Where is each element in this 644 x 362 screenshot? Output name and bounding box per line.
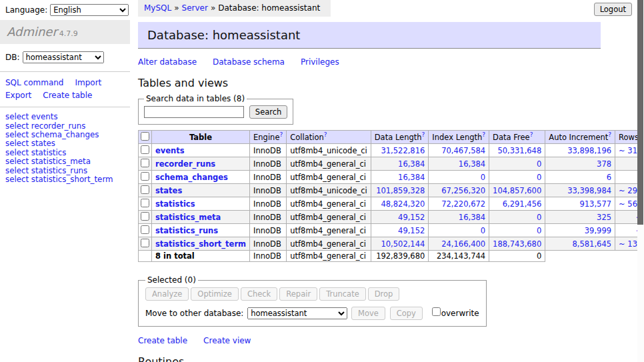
drop-button[interactable]: Drop	[368, 287, 400, 301]
data-length-link[interactable]: 16,384	[398, 159, 425, 169]
footer-data-length: 192,839,680	[371, 251, 429, 262]
move-button[interactable]: Move	[351, 307, 385, 320]
sidebar-select-statistics-short-term[interactable]: select statistics_short_term	[5, 175, 125, 184]
data-free-link[interactable]: 6,291,456	[503, 199, 542, 209]
data-free-link[interactable]: 0	[537, 213, 541, 222]
table-link[interactable]: statistics_runs	[155, 226, 218, 235]
db-link-alter-database[interactable]: Alter database	[138, 57, 197, 67]
check-button[interactable]: Check	[241, 287, 277, 301]
index-length-link[interactable]: 67,256,320	[441, 186, 485, 195]
sidebar-select-statistics-runs[interactable]: select statistics_runs	[5, 167, 125, 175]
sidebar-action-export[interactable]: Export	[5, 89, 31, 102]
auto-increment-link[interactable]: 913,577	[579, 199, 611, 209]
copy-button[interactable]: Copy	[390, 307, 423, 320]
row-checkbox[interactable]	[141, 172, 149, 181]
data-length-link[interactable]: 48,824,320	[381, 199, 425, 209]
sidebar-select-states[interactable]: select states	[5, 139, 125, 148]
row-checkbox[interactable]	[141, 225, 149, 234]
cell-data-free: 6,291,456	[489, 197, 545, 211]
data-free-link[interactable]: 104,857,600	[493, 186, 541, 195]
row-checkbox[interactable]	[141, 145, 149, 154]
auto-increment-link[interactable]: 33,898,196	[567, 146, 611, 155]
move-db-select[interactable]: homeassistant	[247, 307, 347, 319]
analyze-button[interactable]: Analyze	[145, 287, 189, 301]
sidebar-action-create-table[interactable]: Create table	[43, 89, 92, 102]
index-length-link[interactable]: 0	[481, 173, 485, 182]
auto-increment-link[interactable]: 378	[597, 159, 611, 169]
sidebar-select-statistics-meta[interactable]: select statistics_meta	[5, 157, 125, 166]
help-link[interactable]: ?	[324, 131, 327, 138]
data-length-link[interactable]: 49,152	[398, 226, 425, 235]
scrollbar-thumb[interactable]	[637, 0, 643, 225]
data-length-link[interactable]: 49,152	[398, 213, 425, 222]
vertical-scrollbar[interactable]	[637, 0, 644, 362]
index-length-link[interactable]: 0	[481, 226, 485, 235]
table-link[interactable]: schema_changes	[155, 173, 228, 182]
sidebar-action-sql-command[interactable]: SQL command	[5, 77, 63, 89]
optimize-button[interactable]: Optimize	[191, 287, 239, 301]
auto-increment-link[interactable]: 6	[607, 173, 611, 182]
overwrite-checkbox[interactable]	[432, 307, 441, 316]
page-title: Database: homeassistant	[138, 22, 601, 49]
auto-increment-link[interactable]: 33,398,984	[567, 186, 611, 195]
auto-increment-link[interactable]: 8,581,645	[573, 239, 612, 249]
sidebar-select-schema-changes[interactable]: select schema_changes	[5, 131, 125, 139]
adminer-logo[interactable]: Adminer4.7.9	[0, 20, 130, 44]
index-length-link[interactable]: 16,384	[459, 213, 485, 222]
help-link[interactable]: ?	[608, 131, 611, 138]
index-length-link[interactable]: 70,467,584	[441, 146, 485, 155]
search-input[interactable]	[144, 106, 244, 118]
auto-increment-link[interactable]: 39,999	[585, 226, 611, 235]
sidebar-select-recorder-runs[interactable]: select recorder_runs	[5, 122, 125, 131]
data-free-link[interactable]: 0	[537, 226, 541, 235]
help-link[interactable]: ?	[422, 131, 425, 138]
cell-table-name: statistics	[152, 197, 250, 211]
table-link[interactable]: statistics	[155, 199, 195, 209]
data-length-link[interactable]: 101,859,328	[376, 186, 425, 195]
link-create-view[interactable]: Create view	[203, 336, 251, 345]
data-free-link[interactable]: 50,331,648	[497, 146, 541, 155]
data-free-link[interactable]: 0	[537, 173, 541, 182]
cell-table-name: statistics_short_term	[152, 237, 250, 251]
language-select[interactable]: English	[50, 4, 129, 16]
row-checkbox[interactable]	[141, 185, 149, 194]
cell-index-length: 0	[429, 224, 489, 237]
sidebar-select-events[interactable]: select events	[5, 113, 125, 121]
table-link[interactable]: states	[155, 186, 182, 195]
truncate-button[interactable]: Truncate	[319, 287, 366, 301]
table-link[interactable]: events	[155, 146, 185, 155]
sidebar-select-statistics[interactable]: select statistics	[5, 149, 125, 157]
index-length-link[interactable]: 24,166,400	[441, 239, 485, 249]
table-link[interactable]: statistics_meta	[155, 213, 221, 222]
db-link-privileges[interactable]: Privileges	[301, 57, 339, 67]
row-checkbox[interactable]	[141, 199, 149, 207]
cell-engine: InnoDB	[250, 171, 287, 184]
table-link[interactable]: recorder_runs	[155, 159, 215, 169]
index-length-link[interactable]: 16,384	[459, 159, 485, 169]
row-checkbox[interactable]	[141, 239, 149, 247]
help-link[interactable]: ?	[482, 131, 485, 138]
repair-button[interactable]: Repair	[279, 287, 317, 301]
column-header-data-free: Data Free?	[489, 131, 545, 144]
db-select[interactable]: homeassistant	[23, 51, 104, 63]
selected-fieldset: Selected (0) AnalyzeOptimizeCheckRepairT…	[138, 275, 487, 327]
data-length-link[interactable]: 10,502,144	[381, 239, 425, 249]
data-length-link[interactable]: 16,384	[398, 173, 425, 182]
auto-increment-link[interactable]: 325	[597, 213, 611, 222]
row-checkbox[interactable]	[141, 159, 149, 167]
data-free-link[interactable]: 0	[537, 159, 541, 169]
footer-engine: InnoDB	[250, 251, 287, 262]
db-link-database-schema[interactable]: Database schema	[213, 57, 285, 67]
select-all-checkbox[interactable]	[141, 132, 149, 141]
help-link[interactable]: ?	[279, 131, 283, 138]
index-length-link[interactable]: 72,220,672	[441, 199, 485, 209]
data-free-link[interactable]: 188,743,680	[493, 239, 541, 249]
cell-auto-increment: 33,898,196	[545, 144, 615, 157]
row-checkbox[interactable]	[141, 212, 149, 221]
table-link[interactable]: statistics_short_term	[155, 239, 246, 249]
help-link[interactable]: ?	[530, 131, 533, 138]
sidebar-action-import[interactable]: Import	[75, 77, 101, 89]
search-button[interactable]: Search	[249, 105, 288, 119]
data-length-link[interactable]: 31,522,816	[381, 146, 425, 155]
link-create-table[interactable]: Create table	[138, 336, 187, 345]
